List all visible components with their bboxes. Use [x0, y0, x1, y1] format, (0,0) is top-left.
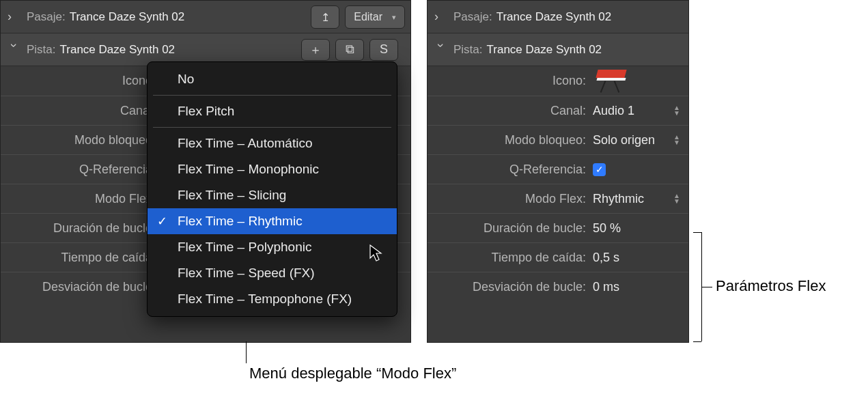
right-params-list: Icono: Canal: Audio 1 ▲▼ Modo bloqueo: S… [428, 66, 688, 301]
pasaje-value: Trance Daze Synth 02 [496, 10, 612, 24]
editar-button[interactable]: Editar ▾ [345, 5, 405, 29]
s-label: S [380, 42, 388, 57]
plus-icon: ＋ [309, 42, 322, 58]
pasaje-value: Trance Daze Synth 02 [70, 10, 185, 24]
param-value: Rhythmic [593, 192, 644, 206]
menu-item-no[interactable]: No [148, 66, 397, 92]
callout-modo-flex: Menú desplegable “Modo Flex” [249, 365, 456, 382]
disclosure-down-icon[interactable]: › [7, 44, 21, 56]
param-label: Icono: [436, 74, 593, 88]
param-label-desviacion-bucle: Desviación de bucle [9, 280, 159, 294]
param-label: Modo bloqueo: [436, 133, 593, 147]
menu-item-automatico[interactable]: Flex Time – Automático [148, 130, 397, 156]
param-label: Tiempo de caída: [436, 251, 593, 265]
menu-item-monophonic[interactable]: Flex Time – Monophonic [148, 156, 397, 182]
menu-item-slicing[interactable]: Flex Time – Slicing [148, 182, 397, 208]
param-value: Audio 1 [593, 104, 634, 118]
pasaje-label: Pasaje: [27, 10, 66, 24]
param-row-bloqueo[interactable]: Modo bloqueo: Solo origen ▲▼ [428, 125, 688, 154]
editar-label: Editar [354, 11, 382, 23]
param-label: Q-Referencia: [436, 163, 593, 177]
menu-item-flex-pitch[interactable]: Flex Pitch [148, 98, 397, 124]
chevron-down-icon: ▾ [392, 13, 396, 22]
param-label: Desviación de bucle: [436, 280, 593, 294]
menu-item-tempophone-fx[interactable]: Flex Time – Tempophone (FX) [148, 286, 397, 312]
param-value: Solo origen [593, 133, 655, 147]
cursor-pointer-icon [369, 244, 384, 264]
param-row-flex[interactable]: Modo Flex: Rhythmic ▲▼ [428, 184, 688, 213]
pista-label: Pista: [453, 43, 483, 57]
param-label-modo-bloqueo: Modo bloqueo [9, 133, 159, 147]
param-value: 0 ms [593, 280, 619, 294]
callout-leader-line [246, 341, 247, 363]
pasaje-header-row-right[interactable]: › Pasaje: Trance Daze Synth 02 [428, 1, 688, 33]
qref-checkbox[interactable]: ✓ [593, 163, 606, 176]
param-row-duracion[interactable]: Duración de bucle: 50 % [428, 213, 688, 242]
keyboard-instrument-icon [593, 70, 630, 93]
up-arrow-button[interactable]: ↥ [311, 5, 339, 29]
param-row-caida[interactable]: Tiempo de caída: 0,5 s [428, 242, 688, 272]
param-value: 50 % [593, 221, 621, 236]
modo-flex-dropdown[interactable]: No Flex Pitch Flex Time – Automático Fle… [147, 61, 397, 317]
copy-icon: ⧉ [346, 42, 354, 57]
pasaje-header-row[interactable]: › Pasaje: Trance Daze Synth 02 ↥ Editar … [1, 1, 410, 33]
callout-parametros-flex: Parámetros Flex [716, 277, 826, 295]
callout-leader-line [701, 287, 712, 287]
callout-bracket-tick [693, 232, 701, 233]
callout-bracket-tick [693, 341, 701, 342]
right-inspector-panel: › Pasaje: Trance Daze Synth 02 › Pista: … [427, 0, 689, 343]
param-label-q-referencia: Q-Referencia [9, 163, 159, 177]
param-label: Canal: [436, 104, 593, 118]
pista-label: Pista: [27, 43, 56, 57]
pista-value: Trance Daze Synth 02 [60, 43, 176, 57]
menu-separator [153, 95, 391, 96]
s-button[interactable]: S [369, 39, 398, 61]
param-value: 0,5 s [593, 251, 619, 265]
pista-value: Trance Daze Synth 02 [487, 43, 602, 57]
param-label-canal: Canal [9, 104, 159, 118]
stepper-icon[interactable]: ▲▼ [673, 105, 680, 116]
disclosure-right-icon[interactable]: › [8, 10, 20, 24]
check-icon: ✓ [157, 214, 167, 229]
disclosure-right-icon[interactable]: › [434, 10, 447, 24]
menu-item-polyphonic[interactable]: Flex Time – Polyphonic [148, 234, 397, 260]
menu-item-rhythmic[interactable]: ✓ Flex Time – Rhythmic [148, 208, 397, 234]
param-row-canal[interactable]: Canal: Audio 1 ▲▼ [428, 96, 688, 125]
up-arrow-icon: ↥ [321, 11, 330, 24]
param-label-tiempo-caida: Tiempo de caída [9, 251, 159, 265]
stepper-icon[interactable]: ▲▼ [673, 135, 680, 145]
check-icon: ✓ [596, 164, 604, 175]
menu-item-speed-fx[interactable]: Flex Time – Speed (FX) [148, 260, 397, 286]
copy-button[interactable]: ⧉ [335, 39, 364, 61]
plus-button[interactable]: ＋ [301, 39, 330, 61]
pista-header-row-right[interactable]: › Pista: Trance Daze Synth 02 [428, 33, 688, 66]
stepper-icon[interactable]: ▲▼ [673, 193, 680, 204]
pasaje-label: Pasaje: [453, 10, 492, 24]
param-label: Modo Flex: [436, 192, 593, 206]
param-row-icono[interactable]: Icono: [428, 66, 688, 96]
menu-separator [153, 127, 391, 128]
param-label-icono: Icono [9, 74, 159, 88]
param-row-qref[interactable]: Q-Referencia: ✓ [428, 154, 688, 184]
param-label: Duración de bucle: [436, 221, 593, 236]
param-label-duracion-bucle: Duración de bucle [9, 221, 159, 236]
param-label-modo-flex[interactable]: Modo Flex [9, 192, 159, 206]
param-row-desviacion[interactable]: Desviación de bucle: 0 ms [428, 272, 688, 301]
disclosure-down-icon[interactable]: › [434, 44, 448, 56]
